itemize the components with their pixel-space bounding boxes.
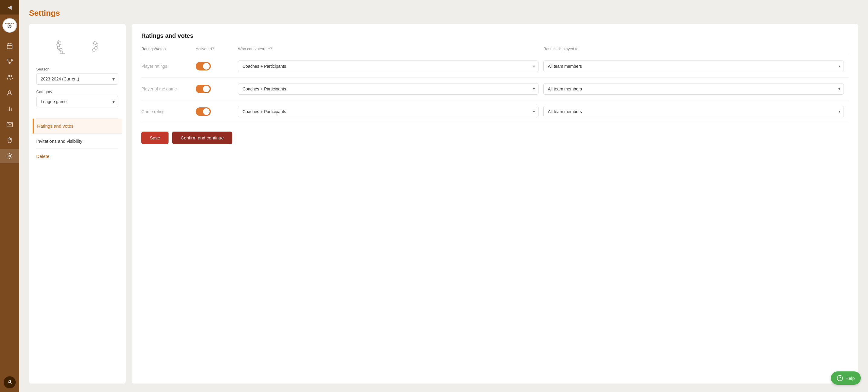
player-of-game-label: Player of the game xyxy=(141,86,196,91)
svg-point-11 xyxy=(9,155,10,157)
sidebar-nav xyxy=(0,39,19,163)
player-ratings-display-wrapper: All team members Coaches only Coaches + … xyxy=(543,60,844,72)
player-ratings-who-wrapper: Coaches + Participants Coaches only All … xyxy=(238,60,538,72)
game-rating-toggle[interactable] xyxy=(196,107,211,116)
sidebar-item-mail[interactable] xyxy=(0,117,19,132)
sidebar-bottom xyxy=(0,376,19,392)
row-player-ratings: Player ratings Coaches + Participants Co… xyxy=(141,55,849,78)
user-avatar[interactable] xyxy=(4,376,16,388)
left-menu: Ratings and votes Invitations and visibi… xyxy=(36,118,118,164)
player-ratings-label: Player ratings xyxy=(141,64,196,69)
sidebar: ◀ EAGLES ⚽ xyxy=(0,0,19,392)
svg-point-20 xyxy=(92,48,96,52)
sidebar-item-team[interactable] xyxy=(0,70,19,85)
player-ratings-toggle-wrapper xyxy=(196,62,238,71)
season-select-wrapper: 2023-2024 (Current) 2022-2023 2021-2022 xyxy=(36,73,118,85)
help-label: Help xyxy=(845,376,855,381)
season-label: Season xyxy=(36,67,118,72)
game-rating-who-wrapper: Coaches + Participants Coaches only All … xyxy=(238,106,538,117)
svg-point-6 xyxy=(8,91,10,93)
category-select-wrapper: League game Friendly Tournament Training xyxy=(36,96,118,107)
content-area: Season 2023-2024 (Current) 2022-2023 202… xyxy=(29,24,858,384)
svg-point-5 xyxy=(11,76,12,77)
category-label: Category xyxy=(36,89,118,94)
season-field: Season 2023-2024 (Current) 2022-2023 202… xyxy=(36,67,118,85)
player-ratings-who-select[interactable]: Coaches + Participants Coaches only All … xyxy=(238,60,538,72)
help-button[interactable]: ? Help xyxy=(831,371,861,385)
header-activated: Activated? xyxy=(196,47,238,51)
game-rating-toggle-wrapper xyxy=(196,107,238,116)
action-buttons: Save Confirm and continue xyxy=(141,132,849,144)
svg-point-13 xyxy=(58,41,62,45)
main-content: Settings xyxy=(19,0,868,392)
player-of-game-who-select[interactable]: Coaches + Participants Coaches only All … xyxy=(238,83,538,95)
game-rating-label: Game rating xyxy=(141,109,196,114)
team-logo: EAGLES ⚽ xyxy=(2,18,17,33)
left-panel: Season 2023-2024 (Current) 2022-2023 202… xyxy=(29,24,126,384)
player-of-game-toggle-wrapper xyxy=(196,85,238,93)
svg-point-16 xyxy=(59,48,63,52)
sidebar-back-button[interactable]: ◀ xyxy=(0,0,19,15)
category-select[interactable]: League game Friendly Tournament Training xyxy=(36,96,118,107)
game-rating-display-wrapper: All team members Coaches only Coaches + … xyxy=(543,106,844,117)
sidebar-item-stats[interactable] xyxy=(0,102,19,116)
player-ratings-toggle[interactable] xyxy=(196,62,211,71)
season-select[interactable]: 2023-2024 (Current) 2022-2023 2021-2022 xyxy=(36,73,118,85)
trophy-illustration xyxy=(55,37,100,58)
back-icon: ◀ xyxy=(7,4,12,10)
header-ratings-votes: Ratings/Votes xyxy=(141,47,196,51)
menu-item-invitations[interactable]: Invitations and visibility xyxy=(36,134,118,149)
sidebar-item-trophy[interactable] xyxy=(0,54,19,69)
menu-item-ratings[interactable]: Ratings and votes xyxy=(33,118,122,134)
svg-rect-0 xyxy=(7,44,12,49)
page-title: Settings xyxy=(29,8,858,18)
panel-title: Ratings and votes xyxy=(141,32,849,39)
game-rating-display-select[interactable]: All team members Coaches only Coaches + … xyxy=(543,106,844,117)
header-who-can-vote: Who can vote/rate? xyxy=(238,47,543,51)
sidebar-item-settings[interactable] xyxy=(0,149,19,163)
right-panel: Ratings and votes Ratings/Votes Activate… xyxy=(132,24,858,384)
player-of-game-toggle[interactable] xyxy=(196,85,211,93)
table-header: Ratings/Votes Activated? Who can vote/ra… xyxy=(141,47,849,55)
sidebar-item-person[interactable] xyxy=(0,86,19,101)
svg-point-4 xyxy=(8,75,10,77)
header-results-displayed: Results displayed to xyxy=(543,47,849,51)
player-of-game-display-select[interactable]: All team members Coaches only Coaches + … xyxy=(543,83,844,95)
svg-point-17 xyxy=(93,41,97,45)
sidebar-item-hand[interactable] xyxy=(0,133,19,148)
player-of-game-who-wrapper: Coaches + Participants Coaches only All … xyxy=(238,83,538,95)
menu-item-delete[interactable]: Delete xyxy=(36,149,118,164)
sidebar-item-calendar[interactable] xyxy=(0,39,19,53)
help-circle-icon: ? xyxy=(837,375,843,381)
category-field: Category League game Friendly Tournament… xyxy=(36,89,118,107)
player-ratings-display-select[interactable]: All team members Coaches only Coaches + … xyxy=(543,60,844,72)
row-player-of-game: Player of the game Coaches + Participant… xyxy=(141,78,849,101)
save-button[interactable]: Save xyxy=(141,132,168,144)
svg-point-12 xyxy=(9,380,10,382)
player-of-game-display-wrapper: All team members Coaches only Coaches + … xyxy=(543,83,844,95)
row-game-rating: Game rating Coaches + Participants Coach… xyxy=(141,101,849,123)
confirm-button[interactable]: Confirm and continue xyxy=(172,132,232,144)
game-rating-who-select[interactable]: Coaches + Participants Coaches only All … xyxy=(238,106,538,117)
